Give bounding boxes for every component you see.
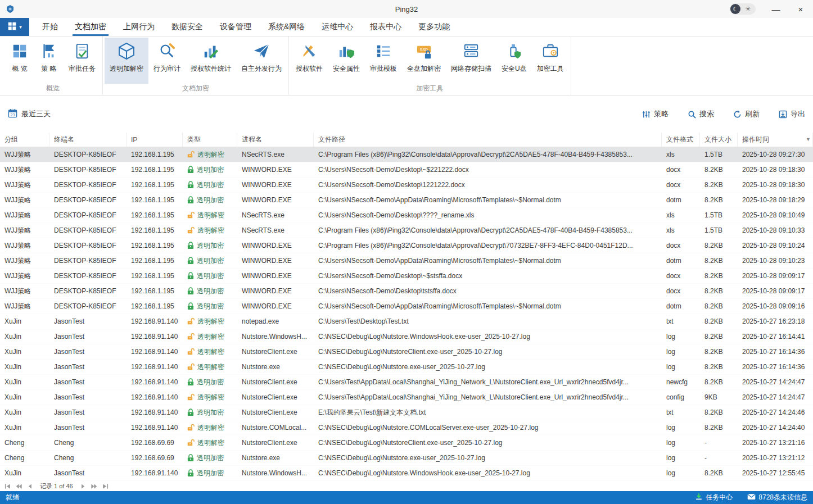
refresh-button[interactable]: 刷新 bbox=[733, 109, 760, 119]
cell-terminal: DESKTOP-K85IEOF bbox=[49, 284, 127, 298]
self-outgoing-behavior-button[interactable]: 自主外发行为 bbox=[236, 38, 287, 84]
moon-icon: ☾ bbox=[730, 4, 740, 14]
cell-group: XuJin bbox=[0, 466, 49, 480]
overview-button[interactable]: 概 览 bbox=[5, 38, 34, 84]
cell-group: WJJ策略 bbox=[0, 162, 49, 177]
column-menu-icon[interactable]: ▼ bbox=[806, 137, 811, 142]
refresh-icon bbox=[733, 110, 742, 119]
security-attributes-button[interactable]: 安全属性 bbox=[328, 38, 365, 84]
table-row[interactable]: WJJ策略DESKTOP-K85IEOF192.168.1.195透明解密NSe… bbox=[0, 147, 813, 162]
table-row[interactable]: WJJ策略DESKTOP-K85IEOF192.168.1.195透明解密NSe… bbox=[0, 223, 813, 238]
pager-last-button[interactable] bbox=[102, 483, 109, 489]
action-label: 搜索 bbox=[699, 109, 714, 119]
table-row[interactable]: WJJ策略DESKTOP-K85IEOF192.168.1.195透明解密NSe… bbox=[0, 208, 813, 223]
main-menu-button[interactable]: ▾ bbox=[0, 18, 29, 36]
ribbon-button-label: 策 略 bbox=[41, 64, 56, 74]
column-header-6[interactable]: 文件格式 bbox=[662, 133, 700, 147]
tab-doc-encryption[interactable]: 文档加密 bbox=[66, 18, 115, 36]
table-row[interactable]: WJJ策略DESKTOP-K85IEOF192.168.1.195透明加密WIN… bbox=[0, 299, 813, 314]
task-center-button[interactable]: 任务中心 bbox=[695, 493, 733, 502]
secattr-icon bbox=[337, 42, 356, 61]
table-row[interactable]: WJJ策略DESKTOP-K85IEOF192.168.1.195透明加密WIN… bbox=[0, 269, 813, 284]
column-header-8[interactable]: 操作时间 bbox=[738, 133, 813, 147]
app-window: Ping32 ☾ ☀ — × ▾ 开始文档加密上网行为数据安全设备管理系统&网络… bbox=[0, 0, 813, 504]
minimize-button[interactable]: — bbox=[764, 0, 788, 18]
column-header-3[interactable]: 类型 bbox=[183, 133, 237, 147]
theme-toggle[interactable]: ☾ ☀ bbox=[730, 3, 756, 15]
column-header-4[interactable]: 进程名 bbox=[237, 133, 314, 147]
cell-type: 透明加密 bbox=[183, 193, 237, 207]
approval-template-button[interactable]: 审批模板 bbox=[365, 38, 402, 84]
table-row[interactable]: ChengCheng192.168.69.69透明解密NutstoreClien… bbox=[0, 435, 813, 451]
pager-first-button[interactable] bbox=[4, 483, 11, 489]
table-row[interactable]: XuJinJasonTest192.168.91.140透明解密Nutstore… bbox=[0, 360, 813, 375]
table-row[interactable]: XuJinJasonTest192.168.91.140透明加密Nutstore… bbox=[0, 466, 813, 481]
column-header-5[interactable]: 文件路径 bbox=[314, 133, 662, 147]
secure-usb-button[interactable]: 安全U盘 bbox=[496, 38, 532, 84]
cell-type: 透明解密 bbox=[183, 390, 237, 405]
lock-closed-icon bbox=[187, 181, 194, 189]
column-header-7[interactable]: 文件大小 bbox=[700, 133, 738, 147]
pager-prev-button[interactable] bbox=[27, 483, 33, 489]
table-row[interactable]: XuJinJasonTest192.168.91.140透明解密Nutstore… bbox=[0, 420, 813, 435]
table-row[interactable]: WJJ策略DESKTOP-K85IEOF192.168.1.195透明加密WIN… bbox=[0, 162, 813, 178]
table-row[interactable]: WJJ策略DESKTOP-K85IEOF192.168.1.195透明加密WIN… bbox=[0, 238, 813, 253]
column-header-1[interactable]: 终端名 bbox=[49, 133, 127, 147]
behavior-audit-button[interactable]: 行为审计 bbox=[148, 38, 186, 84]
encryption-toolbox-button[interactable]: 加密工具 bbox=[532, 38, 569, 84]
cell-format: docx bbox=[662, 284, 700, 298]
cell-group: Cheng bbox=[0, 451, 49, 465]
type-label: 透明解密 bbox=[197, 393, 224, 402]
pager-next-page-button[interactable] bbox=[91, 483, 97, 489]
cell-terminal: JasonTest bbox=[49, 314, 127, 329]
pager-next-button[interactable] bbox=[80, 483, 86, 489]
export-icon bbox=[779, 110, 787, 119]
column-header-0[interactable]: 分组 bbox=[0, 133, 49, 147]
cell-process: WINWORD.EXE bbox=[237, 253, 314, 268]
tab-system-network[interactable]: 系统&网络 bbox=[260, 18, 313, 36]
table-row[interactable]: WJJ策略DESKTOP-K85IEOF192.168.1.195透明加密WIN… bbox=[0, 178, 813, 193]
date-range-filter[interactable]: 23 最近三天 bbox=[8, 108, 51, 120]
pager-prev-page-button[interactable] bbox=[16, 483, 22, 489]
table-row[interactable]: XuJinJasonTest192.168.91.140透明加密Nutstore… bbox=[0, 375, 813, 390]
cell-format: log bbox=[662, 344, 700, 359]
table-row[interactable]: XuJinJasonTest192.168.91.140透明解密Nutstore… bbox=[0, 344, 813, 360]
unread-messages-button[interactable]: 8728条未读信息 bbox=[747, 493, 807, 502]
table-row[interactable]: XuJinJasonTest192.168.91.140透明解密notepad.… bbox=[0, 314, 813, 329]
transparent-encrypt-decrypt-button[interactable]: 透明加解密 bbox=[105, 38, 148, 84]
cell-type: 透明加密 bbox=[183, 451, 237, 465]
tab-start[interactable]: 开始 bbox=[34, 18, 66, 36]
column-header-2[interactable]: IP bbox=[127, 133, 183, 147]
tab-more-features[interactable]: 更多功能 bbox=[410, 18, 458, 36]
ribbon-button-label: 授权软件 bbox=[296, 64, 323, 74]
authorized-software-button[interactable]: 授权软件 bbox=[291, 38, 328, 84]
policy-filter-button[interactable]: 策略 bbox=[642, 109, 669, 119]
cell-terminal: Cheng bbox=[49, 451, 127, 465]
table-row[interactable]: WJJ策略DESKTOP-K85IEOF192.168.1.195透明加密WIN… bbox=[0, 284, 813, 299]
tab-ops-center[interactable]: 运维中心 bbox=[313, 18, 362, 36]
approval-tasks-button[interactable]: 审批任务 bbox=[64, 38, 101, 84]
full-disk-crypt-button[interactable]: SSD全盘加解密 bbox=[402, 38, 446, 84]
tab-report-center[interactable]: 报表中心 bbox=[362, 18, 410, 36]
tab-device-management[interactable]: 设备管理 bbox=[211, 18, 260, 36]
cell-time: 2025-10-28 09:10:33 bbox=[738, 223, 813, 238]
table-row[interactable]: WJJ策略DESKTOP-K85IEOF192.168.1.195透明加密WIN… bbox=[0, 253, 813, 269]
export-button[interactable]: 导出 bbox=[779, 109, 805, 119]
network-storage-scan-button[interactable]: 网络存储扫描 bbox=[446, 38, 496, 84]
tab-web-behavior[interactable]: 上网行为 bbox=[115, 18, 163, 36]
cell-size: 9KB bbox=[700, 390, 738, 405]
table-row[interactable]: XuJinJasonTest192.168.91.140透明解密Nutstore… bbox=[0, 390, 813, 405]
table-row[interactable]: XuJinJasonTest192.168.91.140透明解密Nutstore… bbox=[0, 329, 813, 344]
table-row[interactable]: XuJinJasonTest192.168.91.140透明加密Nutstore… bbox=[0, 405, 813, 420]
type-label: 透明加密 bbox=[197, 256, 224, 266]
table-row[interactable]: WJJ策略DESKTOP-K85IEOF192.168.1.195透明加密WIN… bbox=[0, 193, 813, 208]
policy-button[interactable]: 策 略 bbox=[34, 38, 64, 84]
close-button[interactable]: × bbox=[788, 0, 813, 18]
svg-text:23: 23 bbox=[11, 113, 15, 117]
tab-data-security[interactable]: 数据安全 bbox=[163, 18, 211, 36]
search-button[interactable]: 搜索 bbox=[688, 109, 714, 119]
cell-format: xls bbox=[662, 223, 700, 238]
table-row[interactable]: ChengCheng192.168.69.69透明加密Nutstore.exeC… bbox=[0, 451, 813, 466]
authorized-software-stats-button[interactable]: 授权软件统计 bbox=[186, 38, 236, 84]
cell-terminal: DESKTOP-K85IEOF bbox=[49, 253, 127, 268]
